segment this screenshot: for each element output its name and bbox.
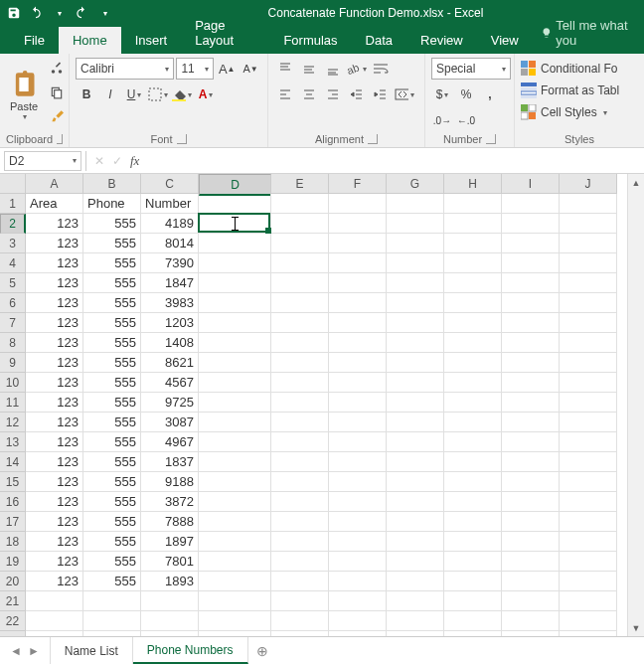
cell[interactable] — [502, 452, 560, 472]
cell[interactable] — [199, 532, 271, 552]
cell[interactable] — [329, 492, 387, 512]
tell-me[interactable]: Tell me what you — [533, 12, 644, 54]
cell[interactable] — [502, 591, 560, 611]
cell[interactable] — [387, 373, 444, 393]
font-size-select[interactable]: 11▾ — [176, 58, 214, 80]
column-header[interactable]: I — [502, 174, 560, 194]
italic-button[interactable]: I — [99, 83, 121, 105]
cell[interactable] — [329, 611, 387, 631]
row-header[interactable]: 12 — [0, 413, 26, 432]
cell[interactable] — [560, 572, 617, 591]
cell[interactable]: 555 — [83, 214, 141, 234]
row-header[interactable]: 5 — [0, 273, 26, 293]
cell[interactable] — [444, 452, 502, 472]
cell[interactable] — [199, 293, 271, 313]
cell[interactable] — [444, 552, 502, 572]
cell[interactable] — [502, 214, 560, 234]
row-header[interactable]: 17 — [0, 512, 26, 532]
cell[interactable] — [444, 313, 502, 333]
column-header[interactable]: E — [271, 174, 329, 194]
dialog-launcher-icon[interactable] — [57, 134, 63, 144]
percent-button[interactable]: % — [455, 83, 477, 105]
merge-button[interactable]: ▾ — [394, 83, 415, 105]
cell[interactable] — [329, 353, 387, 373]
cell[interactable]: 555 — [83, 432, 141, 452]
sheet-nav-prev-icon[interactable]: ◄ — [10, 644, 22, 658]
font-color-button[interactable]: A▾ — [195, 83, 217, 105]
cell[interactable] — [387, 253, 444, 273]
cell[interactable]: 555 — [83, 532, 141, 552]
cell[interactable] — [329, 472, 387, 492]
cell[interactable]: 123 — [26, 293, 83, 313]
cell[interactable] — [387, 194, 444, 214]
tab-insert[interactable]: Insert — [121, 27, 182, 54]
cell[interactable] — [329, 413, 387, 432]
cell[interactable]: 555 — [83, 333, 141, 353]
cell[interactable] — [502, 373, 560, 393]
cell[interactable] — [560, 293, 617, 313]
cell[interactable]: 555 — [83, 472, 141, 492]
cell[interactable]: 555 — [83, 253, 141, 273]
cell[interactable] — [271, 313, 329, 333]
cell[interactable] — [199, 492, 271, 512]
select-all-corner[interactable] — [0, 174, 26, 194]
cell[interactable]: 123 — [26, 413, 83, 432]
cell[interactable]: 4567 — [141, 373, 199, 393]
cell[interactable]: 8621 — [141, 353, 199, 373]
cell[interactable]: 123 — [26, 512, 83, 532]
cell[interactable] — [387, 413, 444, 432]
cell[interactable] — [444, 333, 502, 353]
cell[interactable] — [329, 214, 387, 234]
cell[interactable]: 1203 — [141, 313, 199, 333]
cell[interactable] — [502, 532, 560, 552]
cell[interactable]: 1847 — [141, 273, 199, 293]
cell[interactable] — [199, 373, 271, 393]
cell[interactable] — [199, 512, 271, 532]
row-header[interactable]: 6 — [0, 293, 26, 313]
increase-indent-button[interactable] — [370, 83, 392, 105]
cell[interactable] — [199, 353, 271, 373]
cell[interactable] — [387, 452, 444, 472]
cell[interactable]: Number — [141, 194, 199, 214]
cell[interactable] — [329, 373, 387, 393]
cell[interactable]: 7390 — [141, 253, 199, 273]
cell[interactable] — [199, 591, 271, 611]
cell[interactable] — [199, 253, 271, 273]
cell[interactable] — [560, 591, 617, 611]
fx-icon[interactable]: fx — [130, 153, 139, 169]
grow-font-button[interactable]: A▲ — [216, 58, 238, 80]
copy-button[interactable] — [46, 82, 68, 103]
paste-button[interactable]: Paste ▾ — [6, 58, 42, 131]
cell[interactable] — [329, 333, 387, 353]
cell[interactable]: 3983 — [141, 293, 199, 313]
cell[interactable] — [271, 572, 329, 591]
tab-formulas[interactable]: Formulas — [269, 27, 351, 54]
cell[interactable] — [329, 452, 387, 472]
cell[interactable] — [271, 532, 329, 552]
cell[interactable] — [502, 273, 560, 293]
vertical-scrollbar[interactable]: ▲ ▼ — [627, 174, 644, 636]
cell[interactable]: 555 — [83, 313, 141, 333]
cell[interactable] — [199, 313, 271, 333]
cell[interactable] — [329, 313, 387, 333]
cell[interactable] — [199, 194, 271, 214]
cell[interactable] — [444, 194, 502, 214]
cell[interactable]: 123 — [26, 393, 83, 413]
cell[interactable] — [560, 611, 617, 631]
cell[interactable] — [387, 532, 444, 552]
cell[interactable] — [560, 313, 617, 333]
cell[interactable] — [502, 194, 560, 214]
cell[interactable] — [271, 512, 329, 532]
cell[interactable] — [502, 572, 560, 591]
cell[interactable]: 8014 — [141, 234, 199, 253]
cell[interactable] — [83, 611, 141, 631]
cell[interactable] — [560, 214, 617, 234]
cell[interactable] — [199, 273, 271, 293]
cell[interactable] — [560, 234, 617, 253]
decrease-decimal-button[interactable]: ←.0 — [455, 109, 477, 131]
cell[interactable] — [560, 532, 617, 552]
cell[interactable] — [271, 492, 329, 512]
tab-view[interactable]: View — [477, 27, 533, 54]
cell[interactable] — [444, 353, 502, 373]
scroll-up-icon[interactable]: ▲ — [628, 174, 644, 191]
